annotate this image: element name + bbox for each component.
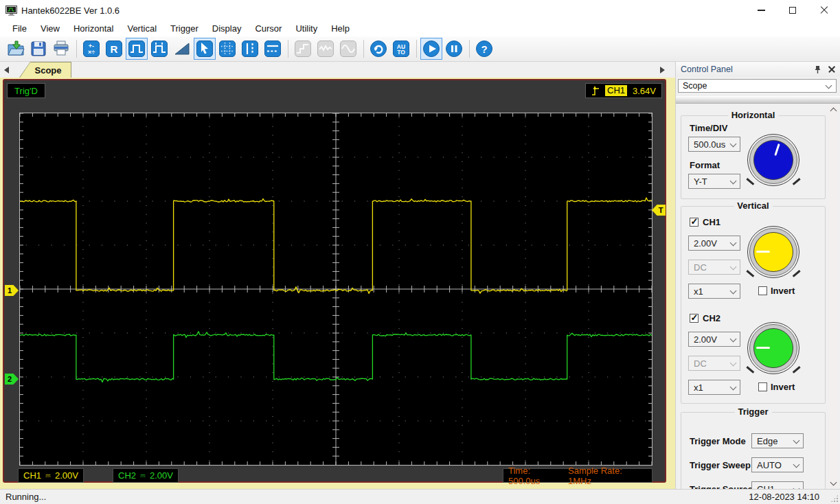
menu-cursor[interactable]: Cursor (248, 22, 288, 35)
sample-rate: Sample Rate: 1MHz (568, 466, 647, 486)
resize-grip[interactable] (830, 494, 839, 503)
menu-utility[interactable]: Utility (288, 22, 324, 35)
trigger-mode-label: Trigger Mode (690, 436, 746, 446)
scroll-down-icon[interactable] (830, 479, 837, 486)
plot-area[interactable] (19, 113, 652, 466)
toolbar-autoset-button[interactable]: AUTO (390, 38, 412, 60)
sine-wave-icon (339, 40, 357, 58)
ch2-probe-select[interactable]: x1 (688, 380, 740, 395)
control-panel: Control Panel Scope Horizontal Time/DIV … (675, 62, 840, 489)
window-title: Hantek6022BE Ver 1.0.6 (21, 5, 120, 16)
ch2-invert-label: Invert (771, 382, 795, 392)
tab-scroll-left-button[interactable] (1, 65, 11, 75)
print-icon (52, 40, 70, 58)
chevron-down-icon (730, 360, 737, 367)
pulse-edge-icon (150, 40, 168, 58)
app-window: Hantek6022BE Ver 1.0.6 FileViewHorizonta… (0, 0, 840, 504)
app-icon (5, 5, 17, 16)
horizontal-group: Horizontal Time/DIV 500.0us Format Y-T (681, 115, 826, 199)
chevron-down-icon (730, 384, 737, 391)
toolbar-horizontal-cursor-button[interactable] (262, 38, 284, 60)
vertical-group: Vertical CH1 2.00V DC x1 Invert CH (681, 206, 826, 404)
trigger-sweep-select[interactable]: AUTO (751, 457, 804, 472)
toolbar-noise-wave-button (315, 38, 337, 60)
format-select[interactable]: Y-T (688, 174, 740, 189)
ch1-ground-marker[interactable]: 1 (5, 285, 19, 296)
toolbar-cursor-button[interactable] (194, 38, 216, 60)
toolbar-pause-button[interactable] (443, 38, 465, 60)
trigger-level-marker[interactable]: T (652, 205, 666, 216)
toolbar-separator (76, 40, 77, 58)
time-div-select[interactable]: 500.0us (688, 137, 740, 152)
menu-file[interactable]: File (5, 22, 34, 35)
panel-scrollbar[interactable] (828, 104, 839, 489)
arrow-left-icon (4, 67, 9, 73)
ch1-invert-checkbox[interactable] (758, 286, 767, 295)
svg-text:R: R (111, 43, 118, 55)
minimize-icon (758, 10, 765, 10)
toolbar-help-button[interactable]: ? (473, 38, 495, 60)
toolbar: +-×÷RAUTO? (0, 36, 840, 62)
menu-vertical[interactable]: Vertical (120, 22, 163, 35)
ch1-volts-select[interactable]: 2.00V (688, 236, 740, 251)
horizontal-knob[interactable] (747, 134, 799, 186)
menu-horizontal[interactable]: Horizontal (67, 22, 121, 35)
ch2-invert-checkbox[interactable] (758, 382, 767, 391)
ch2-volts-select[interactable]: 2.00V (688, 332, 740, 347)
panel-mode-select[interactable]: Scope (678, 79, 837, 93)
trigger-source-select[interactable]: CH1 (751, 481, 804, 489)
toolbar-open-button[interactable] (5, 38, 27, 60)
close-button[interactable] (808, 0, 840, 21)
knob-indicator (775, 144, 780, 156)
menu-display[interactable]: Display (205, 22, 249, 35)
toolbar-separator (469, 40, 470, 58)
menu-trigger[interactable]: Trigger (163, 22, 205, 35)
menu-view[interactable]: View (34, 22, 67, 35)
panel-content: Horizontal Time/DIV 500.0us Format Y-T V… (676, 104, 840, 489)
chevron-down-icon (793, 437, 800, 444)
ch1-probe-select[interactable]: x1 (688, 284, 740, 299)
maximize-button[interactable] (777, 0, 808, 21)
toolbar-refresh-button[interactable] (367, 38, 389, 60)
scope-plot (20, 113, 652, 465)
math-icon: +-×÷ (82, 40, 100, 58)
ch1-position-knob[interactable] (747, 226, 799, 278)
toolbar-waveform-button[interactable] (126, 38, 148, 60)
toolbar-math-button[interactable]: +-×÷ (80, 38, 102, 60)
ch1-enable-checkbox[interactable] (690, 218, 699, 227)
scroll-up-icon[interactable] (830, 108, 837, 115)
trigger-mode-select[interactable]: Edge (751, 433, 804, 448)
help-icon: ? (475, 40, 493, 58)
toolbar-save-button[interactable] (27, 38, 49, 60)
toolbar-start-button[interactable] (420, 38, 442, 60)
chevron-down-icon (730, 240, 737, 247)
minimize-button[interactable] (745, 0, 777, 21)
timebase-badge: Time: 500.0us Sample Rate: 1MHz (503, 468, 652, 483)
menu-bar: FileViewHorizontalVerticalTriggerDisplay… (0, 21, 840, 36)
toolbar-reference-button[interactable]: R (103, 38, 125, 60)
trigger-source-label: Trigger Source (690, 484, 753, 489)
toolbar-vertical-cursor-button[interactable] (239, 38, 261, 60)
chevron-down-icon (730, 336, 737, 343)
tab-scope[interactable]: Scope (19, 62, 71, 78)
pin-icon[interactable] (814, 65, 821, 74)
ch2-enable-checkbox[interactable] (690, 314, 699, 323)
tab-scroll-right-button[interactable] (657, 65, 667, 75)
close-panel-icon[interactable] (828, 66, 835, 73)
dc-coupling-icon (140, 472, 146, 479)
noise-wave-icon (317, 40, 334, 58)
status-datetime: 12-08-2023 14:10 (749, 492, 819, 502)
trigger-status-badge: Trig'D (7, 83, 45, 98)
toolbar-grid-button[interactable] (216, 38, 238, 60)
trigger-level-value: 3.64V (633, 86, 656, 96)
toolbar-ramp-button[interactable] (171, 38, 193, 60)
status-text: Running... (5, 492, 46, 502)
toolbar-print-button[interactable] (50, 38, 72, 60)
menu-help[interactable]: Help (324, 22, 356, 35)
toolbar-digital-pulse-button[interactable] (148, 38, 170, 60)
ch2-position-knob[interactable] (747, 322, 799, 374)
ch2-info-badge: CH2 2.00V (113, 468, 179, 483)
trigger-group-title: Trigger (734, 406, 771, 417)
ch1-label: CH1 (703, 217, 720, 227)
ch2-ground-marker[interactable]: 2 (5, 374, 19, 385)
